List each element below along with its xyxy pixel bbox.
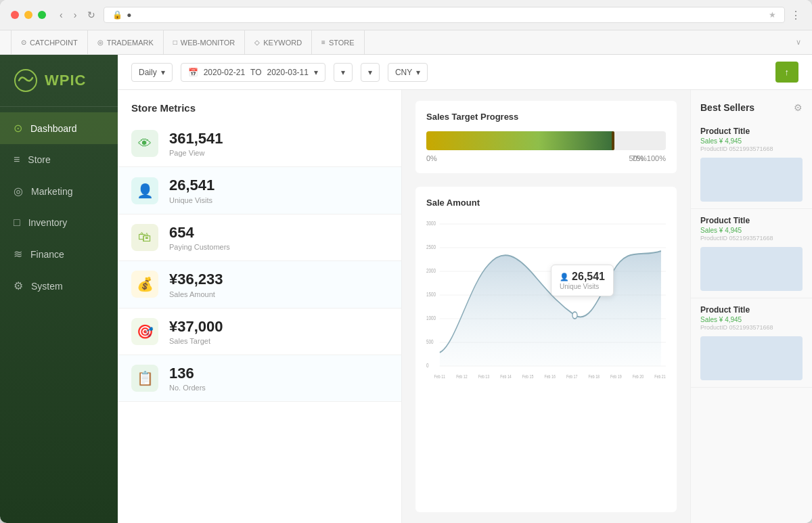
metric-sales-amount: 💰 ¥36,233 Sales Amount xyxy=(118,261,401,308)
sidebar-item-inventory[interactable]: □ Inventory xyxy=(0,207,118,238)
sidebar-item-finance[interactable]: ≋ Finance xyxy=(0,238,118,270)
back-button[interactable]: ‹ xyxy=(57,8,66,22)
paying-customers-value: 654 xyxy=(169,224,230,242)
product-1-sales: Sales ¥ 4,945 xyxy=(700,137,803,145)
tooltip-person-icon: 👤 xyxy=(560,273,569,281)
date-from: 2020-02-21 xyxy=(204,68,245,77)
no-orders-label: No. Orders xyxy=(169,384,206,392)
product-3-id: ProductID 0521993571668 xyxy=(700,324,803,331)
product-2-id: ProductID 0521993571668 xyxy=(700,235,803,242)
area-chart-svg: 3000 2500 2000 1500 1000 500 0 xyxy=(426,217,666,386)
svg-text:Feb 21: Feb 21 xyxy=(654,373,666,379)
url-text: ● xyxy=(127,10,131,20)
sales-target-progress-section: Sales Target Progress 0% 50% 75% 100% xyxy=(415,101,677,173)
tab-web-monitor[interactable]: □ WEB-MONITOR xyxy=(164,30,246,54)
tab-keyword[interactable]: ◇ KEYWORD xyxy=(245,30,312,54)
page-view-label: Page View xyxy=(169,149,223,157)
frequency-select[interactable]: Daily ▾ xyxy=(131,63,173,82)
paying-customers-icon-wrap: 🛍 xyxy=(131,224,158,251)
sales-target-value: ¥37,000 xyxy=(169,318,223,336)
tab-store[interactable]: ≡ STORE xyxy=(312,30,365,54)
eye-icon: 👁 xyxy=(138,136,152,152)
browser-window: ‹ › ↻ 🔒 ● ★ ⋮ ⊙ CATCHPOINT ◎ TRADEMARK □ xyxy=(0,0,812,523)
minimize-dot[interactable] xyxy=(24,11,32,19)
product-2-title: Product Title xyxy=(700,216,803,225)
sidebar-item-marketing[interactable]: ◎ Marketing xyxy=(0,175,118,207)
svg-text:1500: 1500 xyxy=(426,291,436,298)
progress-bar-container xyxy=(426,131,666,150)
tooltip-label: Unique Visits xyxy=(560,283,605,290)
sidebar-label-store: Store xyxy=(28,154,50,165)
close-dot[interactable] xyxy=(11,11,19,19)
date-to-separator: TO xyxy=(250,68,261,77)
tab-catchpoint[interactable]: ⊙ CATCHPOINT xyxy=(11,30,88,54)
clipboard-icon: 📋 xyxy=(137,370,154,386)
sales-target-label: Sales Target xyxy=(169,337,223,345)
store-nav-icon: ≡ xyxy=(14,154,20,166)
svg-text:Feb 12: Feb 12 xyxy=(456,373,468,379)
wpic-logo-icon xyxy=(14,68,38,93)
gear-icon[interactable]: ⚙ xyxy=(794,102,803,113)
metric-sales-amount-info: ¥36,233 Sales Amount xyxy=(169,271,223,298)
date-range-picker[interactable]: 📅 2020-02-21 TO 2020-03-11 ▾ xyxy=(181,63,325,82)
refresh-button[interactable]: ↻ xyxy=(85,8,98,22)
finance-icon: ≋ xyxy=(14,248,22,260)
browser-menu-button[interactable]: ⋮ xyxy=(790,9,801,22)
metric-unique-visits-info: 26,541 Unique Visits xyxy=(169,177,215,204)
product-2-image xyxy=(700,247,803,291)
filter-select-1[interactable]: ▾ xyxy=(334,63,353,82)
svg-text:Feb 17: Feb 17 xyxy=(566,373,578,379)
tab-trademark[interactable]: ◎ TRADEMARK xyxy=(88,30,164,54)
currency-select[interactable]: CNY ▾ xyxy=(388,63,428,82)
svg-text:Feb 13: Feb 13 xyxy=(478,373,490,379)
keyword-icon: ◇ xyxy=(254,39,260,46)
sidebar-item-dashboard[interactable]: ⊙ Dashboard xyxy=(0,112,118,144)
sale-amount-chart-section: Sale Amount 3000 2500 2000 1500 1000 500… xyxy=(415,187,677,512)
export-button[interactable]: ↑ xyxy=(775,62,799,83)
forward-button[interactable]: › xyxy=(71,8,80,22)
sales-amount-label: Sales Amount xyxy=(169,290,223,298)
product-1-title: Product Title xyxy=(700,127,803,136)
product-card-3: Product Title Sales ¥ 4,945 ProductID 05… xyxy=(691,298,812,388)
tab-web-monitor-label: WEB-MONITOR xyxy=(181,39,235,47)
svg-text:Feb 11: Feb 11 xyxy=(434,373,446,379)
metric-paying-customers-info: 654 Paying Customers xyxy=(169,224,230,251)
progress-marker xyxy=(612,131,614,150)
maximize-dot[interactable] xyxy=(38,11,46,19)
sidebar-item-store[interactable]: ≡ Store xyxy=(0,144,118,175)
metric-no-orders: 📋 136 No. Orders xyxy=(118,355,401,402)
tab-trademark-label: TRADEMARK xyxy=(107,39,154,47)
target-icon: 🎯 xyxy=(137,323,154,340)
browser-titlebar: ‹ › ↻ 🔒 ● ★ ⋮ xyxy=(0,0,812,30)
tab-keyword-label: KEYWORD xyxy=(263,39,302,47)
sidebar-item-system[interactable]: ⚙ System xyxy=(0,270,118,302)
unique-visits-label: Unique Visits xyxy=(169,196,215,204)
star-icon[interactable]: ★ xyxy=(769,10,776,20)
marketing-icon: ◎ xyxy=(14,185,23,198)
chart-tooltip: 👤 26,541 Unique Visits xyxy=(551,265,614,296)
progress-bar-fill xyxy=(426,131,613,150)
currency-value: CNY xyxy=(395,68,412,77)
unique-visits-icon-wrap: 👤 xyxy=(131,177,158,204)
metric-page-view-info: 361,541 Page View xyxy=(169,130,223,157)
address-bar[interactable]: 🔒 ● ★ xyxy=(104,7,785,23)
no-orders-value: 136 xyxy=(169,365,206,382)
svg-text:Feb 18: Feb 18 xyxy=(589,373,600,379)
toolbar: Daily ▾ 📅 2020-02-21 TO 2020-03-11 ▾ ▾ ▾ xyxy=(118,55,812,90)
best-sellers-header: Best Sellers ⚙ xyxy=(691,90,812,120)
product-3-image xyxy=(700,336,803,380)
main-content: Daily ▾ 📅 2020-02-21 TO 2020-03-11 ▾ ▾ ▾ xyxy=(118,55,812,523)
tab-store-label: STORE xyxy=(329,39,355,47)
sidebar-label-finance: Finance xyxy=(30,249,64,260)
best-sellers-panel: Best Sellers ⚙ Product Title Sales ¥ 4,9… xyxy=(690,90,812,523)
filter-select-2[interactable]: ▾ xyxy=(361,63,380,82)
product-3-sales: Sales ¥ 4,945 xyxy=(700,316,803,323)
unique-visits-value: 26,541 xyxy=(169,177,215,194)
progress-label-0: 0% xyxy=(426,154,437,162)
tab-dropdown-icon[interactable]: ∨ xyxy=(796,38,801,47)
progress-label-50: 50% xyxy=(629,154,644,162)
app-container: WPIC ⊙ Dashboard ≡ Store ◎ Marketing □ I… xyxy=(0,55,812,523)
catchpoint-icon: ⊙ xyxy=(21,39,26,46)
metric-unique-visits: 👤 26,541 Unique Visits xyxy=(118,167,401,214)
svg-text:Feb 16: Feb 16 xyxy=(544,373,556,379)
